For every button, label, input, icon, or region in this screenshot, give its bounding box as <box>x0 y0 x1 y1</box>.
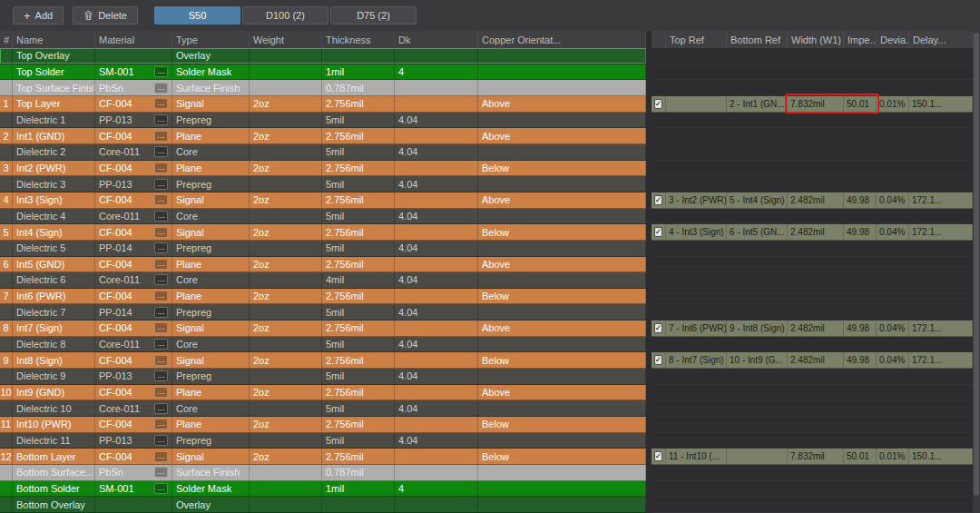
weight-cell[interactable]: 2oz <box>250 128 322 143</box>
thickness-cell[interactable]: 5mil <box>322 144 395 160</box>
material-cell[interactable]: CF-004… <box>95 321 172 336</box>
type-cell[interactable]: Core <box>172 209 250 224</box>
material-ellipsis-button[interactable]: … <box>154 114 168 125</box>
row-number-cell[interactable] <box>0 272 13 288</box>
orientation-cell[interactable]: Below <box>478 449 646 464</box>
width-cell[interactable]: 2.482mil <box>788 321 844 336</box>
row-number-cell[interactable] <box>0 400 13 416</box>
orientation-cell[interactable]: Above <box>478 257 646 272</box>
type-cell[interactable]: Signal <box>172 449 250 464</box>
stackup-row[interactable]: 10Int9 (GND)CF-004…Plane2oz2.756milAbove <box>0 385 646 401</box>
dk-cell[interactable]: 4.04 <box>395 400 478 416</box>
weight-cell[interactable] <box>250 80 322 95</box>
material-ellipsis-button[interactable]: … <box>154 419 168 429</box>
name-cell[interactable]: Dielectric 2 <box>13 144 95 160</box>
material-cell[interactable]: Core-011… <box>95 144 172 160</box>
top-ref-cell[interactable]: 4 - Int3 (Sign) <box>666 224 727 240</box>
orientation-cell[interactable] <box>478 144 646 160</box>
name-cell[interactable]: Dielectric 7 <box>13 304 95 320</box>
type-cell[interactable]: Surface Finish <box>172 80 250 95</box>
material-ellipsis-button[interactable]: … <box>154 146 168 157</box>
material-ellipsis-button[interactable]: … <box>154 403 168 414</box>
bottom-ref-cell[interactable]: 6 - Int5 (GN... <box>727 224 788 240</box>
material-ellipsis-button[interactable]: … <box>154 370 168 381</box>
stackup-row[interactable]: Bottom Surface...PbSn…Surface Finish0.78… <box>0 465 646 481</box>
width-cell[interactable]: 7.832mil <box>788 449 844 464</box>
dk-cell[interactable]: 4.04 <box>395 113 478 128</box>
name-cell[interactable]: Top Surface Finish <box>13 80 95 95</box>
tab-d100-2[interactable]: D100 (2) <box>242 6 328 25</box>
dk-cell[interactable] <box>395 465 478 480</box>
name-cell[interactable]: Dielectric 3 <box>13 176 95 192</box>
material-cell[interactable]: PbSn… <box>95 80 172 95</box>
dk-cell[interactable] <box>395 80 478 95</box>
material-cell[interactable]: PP-014… <box>95 304 172 320</box>
material-cell[interactable]: Core-011… <box>95 272 172 288</box>
weight-cell[interactable] <box>250 209 322 224</box>
row-number-cell[interactable]: 8 <box>0 321 13 336</box>
row-number-cell[interactable] <box>0 481 13 497</box>
name-cell[interactable]: Dielectric 8 <box>13 337 95 352</box>
material-ellipsis-button[interactable]: … <box>154 387 168 398</box>
top-ref-cell[interactable]: 3 - Int2 (PWR) <box>666 192 727 208</box>
thickness-cell[interactable]: 5mil <box>322 176 395 192</box>
weight-cell[interactable]: 2oz <box>250 417 322 432</box>
name-cell[interactable]: Bottom Layer <box>13 449 95 464</box>
weight-cell[interactable]: 2oz <box>250 385 322 400</box>
impedance-cell[interactable]: 49.98 <box>844 192 877 208</box>
dk-cell[interactable] <box>395 385 478 400</box>
enable-checkbox[interactable]: ✓ <box>654 451 663 461</box>
type-cell[interactable]: Prepreg <box>172 176 250 192</box>
row-number-cell[interactable] <box>0 465 13 480</box>
thickness-cell[interactable]: 2.756mil <box>322 385 395 400</box>
impedance-cell[interactable]: 49.98 <box>844 321 877 336</box>
stackup-row[interactable]: Dielectric 11PP-013…Prepreg5mil4.04 <box>0 433 646 449</box>
material-ellipsis-button[interactable]: … <box>154 227 168 238</box>
material-cell[interactable]: SM-001… <box>95 64 172 80</box>
thickness-cell[interactable]: 5mil <box>322 304 395 320</box>
row-number-cell[interactable] <box>0 64 13 80</box>
stackup-row[interactable]: Dielectric 9PP-013…Prepreg5mil4.04 <box>0 369 646 385</box>
orientation-cell[interactable]: Above <box>478 321 646 336</box>
type-cell[interactable]: Signal <box>172 224 250 240</box>
dk-cell[interactable]: 4.04 <box>395 241 478 256</box>
weight-cell[interactable]: 2oz <box>250 96 322 112</box>
material-ellipsis-button[interactable]: … <box>154 339 168 350</box>
weight-cell[interactable] <box>250 369 322 384</box>
thickness-cell[interactable]: 2.756mil <box>322 417 395 432</box>
stackup-row[interactable]: 7Int6 (PWR)CF-004…Plane2oz2.756milBelow <box>0 289 646 305</box>
material-cell[interactable] <box>95 497 172 512</box>
thickness-cell[interactable]: 5mil <box>322 241 395 256</box>
dk-cell[interactable] <box>395 289 478 304</box>
type-cell[interactable]: Plane <box>172 128 250 143</box>
name-cell[interactable]: Bottom Overlay <box>13 497 95 512</box>
thickness-cell[interactable]: 5mil <box>322 113 395 128</box>
stackup-row[interactable]: 1Top LayerCF-004…Signal2oz2.756milAbove <box>0 96 646 113</box>
thickness-cell[interactable]: 1mil <box>322 481 395 497</box>
stackup-row[interactable]: Bottom SolderSM-001…Solder Mask1mil4 <box>0 481 646 498</box>
stackup-row[interactable]: Bottom OverlayOverlay <box>0 497 646 513</box>
weight-cell[interactable] <box>250 113 322 128</box>
weight-cell[interactable] <box>250 400 322 416</box>
thickness-cell[interactable]: 0.787mil <box>322 80 395 95</box>
type-cell[interactable]: Signal <box>172 96 250 112</box>
orientation-cell[interactable]: Below <box>478 289 646 304</box>
stackup-row[interactable]: 4Int3 (Sign)CF-004…Signal2oz2.756milAbov… <box>0 192 646 209</box>
stackup-row[interactable]: 6Int5 (GND)CF-004…Plane2oz2.756milAbove <box>0 257 646 273</box>
weight-cell[interactable] <box>250 64 322 80</box>
bottom-ref-cell[interactable]: 10 - Int9 (G... <box>727 352 788 368</box>
bottom-ref-cell[interactable] <box>727 449 788 464</box>
material-ellipsis-button[interactable]: … <box>154 211 168 222</box>
orientation-cell[interactable] <box>478 209 646 224</box>
material-cell[interactable]: CF-004… <box>95 192 172 208</box>
enable-checkbox[interactable]: ✓ <box>654 99 663 109</box>
name-cell[interactable]: Bottom Solder <box>13 481 95 497</box>
vertical-scrollbar[interactable] <box>973 31 980 513</box>
weight-cell[interactable] <box>250 176 322 192</box>
material-ellipsis-button[interactable]: … <box>154 242 168 253</box>
row-number-cell[interactable] <box>0 433 13 449</box>
type-cell[interactable]: Core <box>172 337 250 352</box>
material-ellipsis-button[interactable]: … <box>154 179 168 190</box>
dk-cell[interactable] <box>395 417 478 432</box>
stackup-row[interactable]: Top Surface FinishPbSn…Surface Finish0.7… <box>0 80 646 96</box>
